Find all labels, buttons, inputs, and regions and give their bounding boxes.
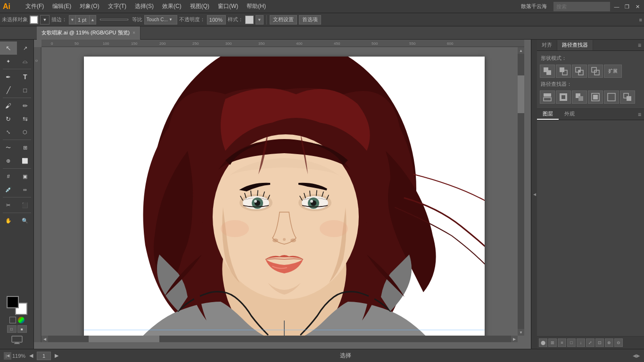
navigate-first-button[interactable]: |◀ (4, 352, 11, 360)
color-gradient-box[interactable] (18, 317, 25, 323)
stroke-color-box[interactable] (30, 16, 38, 24)
pen-tool[interactable]: ✒ (0, 70, 17, 83)
outline-button[interactable] (604, 90, 619, 104)
embed-icon[interactable]: ↓ (577, 338, 585, 347)
lasso-tool[interactable]: ⌓ (17, 55, 34, 68)
menu-edit[interactable]: 编辑(E) (49, 1, 75, 11)
vertical-scroll-thumb[interactable] (518, 75, 524, 113)
zoom-tool[interactable]: 🔍 (17, 214, 34, 227)
brush-selector[interactable]: Touch C... ▼ (144, 15, 177, 25)
resize-icon[interactable]: ⤢ (586, 338, 594, 347)
stroke-decrement[interactable]: ▼ (69, 17, 75, 22)
style-preview[interactable] (245, 16, 254, 24)
stroke-increment[interactable]: ▲ (90, 17, 96, 22)
scroll-right-button[interactable]: ▶ (511, 336, 518, 342)
no-color-box[interactable] (9, 317, 16, 323)
stroke-style-preview[interactable] (100, 19, 128, 20)
scissors-tool[interactable]: ✂ (0, 198, 17, 212)
scroll-left-button[interactable]: ◀ (41, 336, 48, 342)
trim-button[interactable] (556, 90, 571, 104)
window-close-button[interactable]: ✕ (634, 3, 641, 10)
view-mode-normal[interactable]: □ (7, 325, 17, 333)
exclude-button[interactable] (588, 65, 603, 78)
monitor-icon[interactable] (11, 336, 23, 344)
intersect-button[interactable] (572, 65, 587, 78)
perspective-tool[interactable]: ⬜ (17, 154, 34, 167)
horizontal-scrollbar[interactable]: ◀ ▶ (41, 336, 518, 342)
menu-view[interactable]: 视图(Q) (186, 1, 213, 11)
align-tab[interactable]: 对齐 (537, 40, 557, 50)
menu-window[interactable]: 窗口(W) (214, 1, 242, 11)
preferences-button[interactable]: 首选项 (299, 15, 321, 25)
nav-arrow-right[interactable]: ▶ (55, 353, 58, 359)
scroll-up-button[interactable]: ▲ (518, 47, 524, 54)
menu-object[interactable]: 对象(O) (76, 1, 103, 11)
scroll-down-button[interactable]: ▼ (518, 329, 524, 336)
menu-effect[interactable]: 效果(C) (158, 1, 185, 11)
grid-icon[interactable]: ⊞ (548, 338, 557, 347)
mesh-tool[interactable]: # (0, 170, 17, 183)
style-dropdown[interactable]: ▼ (256, 15, 264, 25)
stroke-value-input[interactable] (75, 15, 90, 25)
pencil-tool[interactable]: ✏ (17, 99, 34, 112)
art-board-arrows[interactable]: ◀▶ (633, 353, 640, 358)
direct-select-tool[interactable]: ↗ (17, 41, 34, 55)
document-tab[interactable]: 女歌唱家.ai @ 119% (RGB/GPU 预览) × (37, 26, 140, 40)
eyedropper-tool[interactable]: 💉 (0, 183, 17, 196)
stroke-type-dropdown[interactable]: ▼ (40, 15, 50, 25)
vertical-scrollbar[interactable]: ▲ ▼ (518, 47, 524, 336)
expand-button[interactable]: 扩展 (604, 65, 622, 78)
appearance-tab[interactable]: 外观 (559, 109, 580, 120)
artboard-tool[interactable]: ⬛ (17, 198, 34, 212)
search-input[interactable] (553, 2, 610, 11)
opacity-input[interactable] (207, 15, 226, 25)
layers-tab[interactable]: 图层 (537, 109, 559, 120)
nav-arrow-left[interactable]: ◀ (29, 353, 33, 359)
line-tool[interactable]: ╱ (0, 83, 17, 97)
view-mode-full[interactable]: ■ (17, 325, 27, 333)
arrange-icon[interactable]: ⊡ (595, 338, 604, 347)
paintbrush-tool[interactable]: 🖌 (0, 99, 17, 112)
horizontal-scroll-thumb[interactable] (89, 336, 159, 342)
stroke-fill-icon[interactable]: □ (567, 338, 576, 347)
window-minimize-button[interactable]: — (613, 3, 620, 10)
window-restore-button[interactable]: ❐ (623, 3, 631, 10)
crop-button[interactable] (588, 90, 603, 104)
list-icon[interactable]: ≡ (558, 338, 566, 347)
color-wheel-icon[interactable]: ⬤ (539, 338, 547, 347)
panel-menu-icon[interactable]: ≡ (635, 42, 644, 49)
menu-type[interactable]: 文字(T) (104, 1, 130, 11)
zoom-in-icon[interactable]: ⊕ (605, 338, 613, 347)
layers-panel-menu[interactable]: ≡ (635, 111, 644, 118)
warp-tool[interactable]: 〜 (0, 141, 17, 154)
foreground-color-swatch[interactable] (7, 296, 19, 308)
minus-back-button[interactable] (620, 90, 635, 104)
reflect-tool[interactable]: ⇆ (17, 112, 34, 125)
merge-button[interactable] (572, 90, 587, 104)
magic-wand-tool[interactable]: ✦ (0, 55, 17, 68)
unite-button[interactable] (540, 65, 555, 78)
gradient-tool[interactable]: ▣ (17, 170, 34, 183)
doc-settings-button[interactable]: 文档设置 (270, 15, 297, 25)
menu-file[interactable]: 文件(F) (22, 1, 48, 11)
rect-tool[interactable]: □ (17, 83, 34, 97)
blend-tool[interactable]: ∞ (17, 183, 34, 196)
menu-help[interactable]: 帮助(H) (243, 1, 270, 11)
pathfinder-tab[interactable]: 路径查找器 (557, 40, 593, 50)
select-tool[interactable]: ↖ (0, 41, 17, 55)
toolbar-options-icon[interactable]: ≡ (639, 17, 642, 23)
shape-builder-tool[interactable]: ⊕ (0, 154, 17, 167)
zoom-out-icon[interactable]: ⊖ (614, 338, 623, 347)
canvas-wrapper[interactable]: ▲ ▼ ◀ ▶ (41, 47, 524, 342)
type-tool[interactable]: T (17, 70, 34, 83)
menu-select[interactable]: 选择(S) (131, 1, 157, 11)
scale-tool[interactable]: ⤡ (0, 125, 17, 139)
free-transform-tool[interactable]: ⊞ (17, 141, 34, 154)
page-number-input[interactable] (37, 352, 51, 360)
tab-close-button[interactable]: × (132, 30, 135, 35)
divide-button[interactable] (540, 90, 555, 104)
panel-collapse-button[interactable]: ◀ (531, 40, 537, 349)
rotate-tool[interactable]: ↻ (0, 112, 17, 125)
hand-tool[interactable]: ✋ (0, 214, 17, 227)
minus-front-button[interactable] (556, 65, 571, 78)
